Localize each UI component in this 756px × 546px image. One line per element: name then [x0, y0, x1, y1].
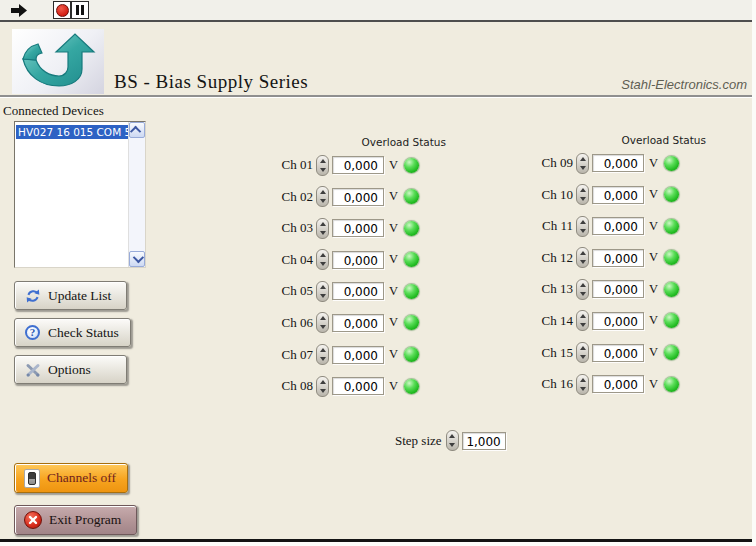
channel-label: Ch 12: [540, 250, 573, 266]
increment-button[interactable]: [580, 346, 586, 350]
increment-button[interactable]: [580, 283, 586, 287]
overload-led: [664, 282, 679, 297]
voltage-field[interactable]: 0,000: [592, 344, 644, 362]
window-bottom-margin: [0, 542, 756, 546]
decrement-button[interactable]: [580, 197, 586, 201]
unit-label: V: [389, 158, 398, 173]
voltage-field[interactable]: 0,000: [592, 375, 644, 393]
channel-label: Ch 11: [540, 218, 573, 234]
increment-button[interactable]: [320, 222, 326, 226]
decrement-button[interactable]: [320, 168, 326, 172]
voltage-field[interactable]: 0,000: [592, 217, 644, 235]
voltage-field[interactable]: 0,000: [592, 280, 644, 298]
step-size-field[interactable]: 1,000: [462, 432, 506, 450]
exit-program-button[interactable]: Exit Program: [14, 505, 137, 535]
decrement-button[interactable]: [580, 323, 586, 327]
step-size-spinner: [446, 430, 459, 451]
run-button[interactable]: [8, 2, 30, 19]
overload-led: [664, 313, 679, 328]
unit-label: V: [649, 377, 658, 392]
increment-button[interactable]: [320, 285, 326, 289]
overload-led: [664, 156, 679, 171]
channels-off-label: Channels off: [47, 470, 116, 486]
unit-label: V: [649, 282, 658, 297]
channel-label: Ch 09: [540, 155, 573, 171]
device-items: HV027 16 015 COM 55: [15, 122, 145, 140]
decrement-button[interactable]: [320, 357, 326, 361]
overload-led: [664, 250, 679, 265]
channel-row: Ch 05 0,000 V: [280, 280, 448, 302]
channel-label: Ch 05: [280, 283, 313, 299]
decrement-button[interactable]: [320, 294, 326, 298]
voltage-field[interactable]: 0,000: [332, 219, 384, 237]
increment-button[interactable]: [320, 348, 326, 352]
voltage-field[interactable]: 0,000: [332, 377, 384, 395]
channel-row: Ch 12 0,000 V: [540, 247, 708, 269]
channels-off-button[interactable]: Channels off: [14, 463, 128, 493]
value-spinner: [576, 247, 589, 268]
increment-button[interactable]: [320, 316, 326, 320]
channel-label: Ch 06: [280, 315, 313, 331]
increment-button[interactable]: [320, 380, 326, 384]
overload-led: [404, 252, 419, 267]
decrement-button[interactable]: [320, 389, 326, 393]
tools-icon: [24, 361, 41, 378]
voltage-field[interactable]: 0,000: [332, 156, 384, 174]
increment-button[interactable]: [580, 220, 586, 224]
app-window: BS - Bias Supply Series Stahl-Electronic…: [0, 0, 756, 546]
decrement-button[interactable]: [580, 387, 586, 391]
check-status-button[interactable]: ? Check Status: [14, 318, 131, 347]
scrollbar-up-button[interactable]: [129, 122, 145, 138]
list-scrollbar[interactable]: [128, 122, 145, 267]
device-list-item[interactable]: HV027 16 015 COM 55: [16, 125, 128, 139]
voltage-field[interactable]: 0,000: [592, 312, 644, 330]
value-spinner: [576, 184, 589, 205]
update-list-button[interactable]: Update List: [14, 281, 127, 310]
channel-label: Ch 15: [540, 345, 573, 361]
increment-button[interactable]: [320, 159, 326, 163]
window-right-edge: [752, 0, 756, 546]
overload-led: [404, 284, 419, 299]
unit-label: V: [389, 379, 398, 394]
increment-button[interactable]: [449, 434, 455, 438]
voltage-field[interactable]: 0,000: [592, 249, 644, 267]
decrement-button[interactable]: [580, 166, 586, 170]
increment-button[interactable]: [580, 251, 586, 255]
channel-label: Ch 02: [280, 189, 313, 205]
decrement-button[interactable]: [580, 292, 586, 296]
decrement-button[interactable]: [580, 355, 586, 359]
voltage-field[interactable]: 0,000: [332, 314, 384, 332]
voltage-field[interactable]: 0,000: [332, 251, 384, 269]
increment-button[interactable]: [580, 378, 586, 382]
voltage-field[interactable]: 0,000: [332, 188, 384, 206]
value-spinner: [316, 186, 329, 207]
channel-label: Ch 10: [540, 187, 573, 203]
options-button[interactable]: Options: [14, 355, 127, 384]
voltage-field[interactable]: 0,000: [332, 282, 384, 300]
decrement-button[interactable]: [320, 199, 326, 203]
increment-button[interactable]: [580, 188, 586, 192]
page-title: BS - Bias Supply Series: [114, 71, 308, 93]
increment-button[interactable]: [580, 157, 586, 161]
voltage-field[interactable]: 0,000: [592, 154, 644, 172]
voltage-field[interactable]: 0,000: [592, 186, 644, 204]
decrement-button[interactable]: [580, 229, 586, 233]
refresh-icon: [24, 287, 41, 304]
increment-button[interactable]: [580, 314, 586, 318]
overload-led: [664, 219, 679, 234]
decrement-button[interactable]: [320, 325, 326, 329]
question-icon: ?: [24, 324, 41, 341]
channel-row: Ch 15 0,000 V: [540, 342, 708, 364]
decrement-button[interactable]: [449, 443, 455, 447]
decrement-button[interactable]: [320, 231, 326, 235]
stop-button[interactable]: [53, 1, 71, 19]
decrement-button[interactable]: [320, 262, 326, 266]
pause-button[interactable]: [71, 1, 89, 19]
scrollbar-down-button[interactable]: [129, 251, 145, 267]
unit-label: V: [649, 313, 658, 328]
channel-label: Ch 03: [280, 220, 313, 236]
increment-button[interactable]: [320, 190, 326, 194]
increment-button[interactable]: [320, 253, 326, 257]
decrement-button[interactable]: [580, 260, 586, 264]
voltage-field[interactable]: 0,000: [332, 346, 384, 364]
